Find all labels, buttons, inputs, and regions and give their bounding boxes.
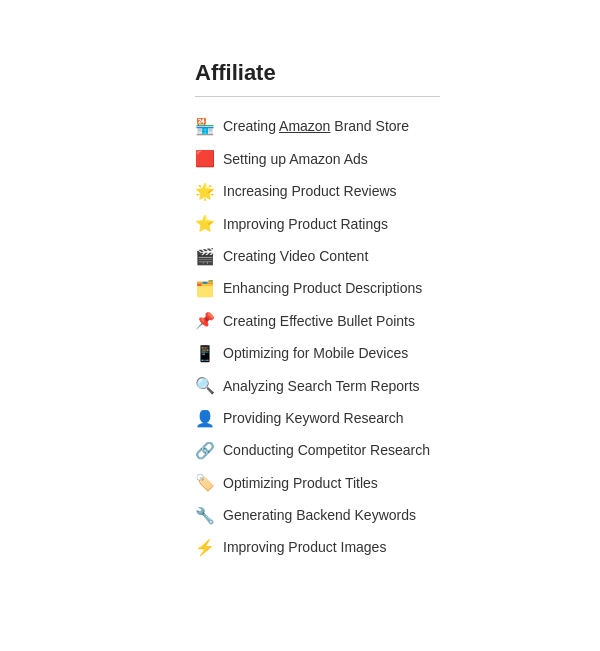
mobile-icon: 📱: [195, 343, 215, 365]
backend-keywords-icon: 🔧: [195, 505, 215, 527]
competitor-icon: 🔗: [195, 440, 215, 462]
menu-label-setting-up-amazon-ads: Setting up Amazon Ads: [223, 150, 368, 170]
menu-label-generating-backend-keywords: Generating Backend Keywords: [223, 506, 416, 526]
menu-item-providing-keyword-research[interactable]: 👤 Providing Keyword Research: [195, 403, 600, 435]
search-reports-icon: 🔍: [195, 375, 215, 397]
menu-label-providing-keyword-research: Providing Keyword Research: [223, 409, 404, 429]
menu-item-generating-backend-keywords[interactable]: 🔧 Generating Backend Keywords: [195, 500, 600, 532]
store-icon: 🏪: [195, 116, 215, 138]
menu-item-creating-amazon-brand-store[interactable]: 🏪 Creating Amazon Brand Store: [195, 111, 600, 143]
menu-label-optimizing-for-mobile-devices: Optimizing for Mobile Devices: [223, 344, 408, 364]
bullet-points-icon: 📌: [195, 310, 215, 332]
menu-label-conducting-competitor-research: Conducting Competitor Research: [223, 441, 430, 461]
descriptions-icon: 🗂️: [195, 278, 215, 300]
amazon-link[interactable]: Amazon: [279, 118, 330, 134]
video-icon: 🎬: [195, 246, 215, 268]
menu-item-creating-video-content[interactable]: 🎬 Creating Video Content: [195, 241, 600, 273]
section-divider: [195, 96, 440, 97]
menu-list: 🏪 Creating Amazon Brand Store 🟥 Setting …: [195, 111, 600, 564]
page-container: Affiliate 🏪 Creating Amazon Brand Store …: [0, 0, 600, 564]
menu-label-improving-product-ratings: Improving Product Ratings: [223, 215, 388, 235]
menu-item-setting-up-amazon-ads[interactable]: 🟥 Setting up Amazon Ads: [195, 143, 600, 175]
ratings-icon: ⭐: [195, 213, 215, 235]
titles-icon: 🏷️: [195, 472, 215, 494]
menu-item-conducting-competitor-research[interactable]: 🔗 Conducting Competitor Research: [195, 435, 600, 467]
menu-label-optimizing-product-titles: Optimizing Product Titles: [223, 474, 378, 494]
menu-item-increasing-product-reviews[interactable]: 🌟 Increasing Product Reviews: [195, 176, 600, 208]
menu-item-optimizing-for-mobile-devices[interactable]: 📱 Optimizing for Mobile Devices: [195, 338, 600, 370]
menu-item-analyzing-search-term-reports[interactable]: 🔍 Analyzing Search Term Reports: [195, 370, 600, 402]
menu-label-creating-video-content: Creating Video Content: [223, 247, 368, 267]
menu-label-increasing-product-reviews: Increasing Product Reviews: [223, 182, 397, 202]
menu-label-creating-effective-bullet-points: Creating Effective Bullet Points: [223, 312, 415, 332]
menu-label-enhancing-product-descriptions: Enhancing Product Descriptions: [223, 279, 422, 299]
menu-label-analyzing-search-term-reports: Analyzing Search Term Reports: [223, 377, 420, 397]
menu-item-creating-effective-bullet-points[interactable]: 📌 Creating Effective Bullet Points: [195, 305, 600, 337]
ads-icon: 🟥: [195, 148, 215, 170]
reviews-icon: 🌟: [195, 181, 215, 203]
section-title: Affiliate: [195, 60, 600, 86]
menu-item-improving-product-images[interactable]: ⚡ Improving Product Images: [195, 532, 600, 564]
menu-label-improving-product-images: Improving Product Images: [223, 538, 386, 558]
menu-item-optimizing-product-titles[interactable]: 🏷️ Optimizing Product Titles: [195, 467, 600, 499]
menu-item-enhancing-product-descriptions[interactable]: 🗂️ Enhancing Product Descriptions: [195, 273, 600, 305]
images-icon: ⚡: [195, 537, 215, 559]
menu-label-creating-amazon-brand-store: Creating Amazon Brand Store: [223, 117, 409, 137]
menu-item-improving-product-ratings[interactable]: ⭐ Improving Product Ratings: [195, 208, 600, 240]
keyword-icon: 👤: [195, 408, 215, 430]
